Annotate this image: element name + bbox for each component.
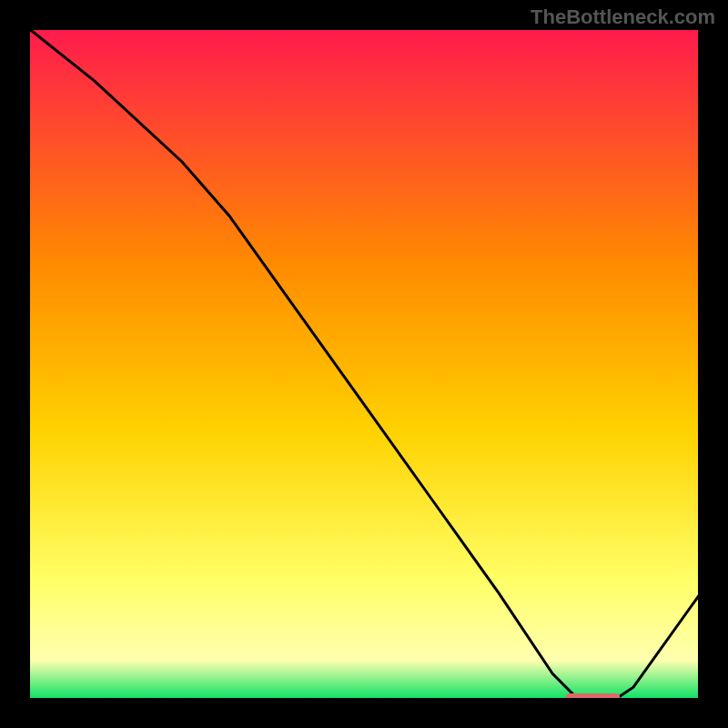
plot-frame	[27, 27, 701, 701]
watermark-text: TheBottleneck.com	[531, 5, 715, 29]
chart-svg	[27, 27, 701, 701]
gradient-background	[27, 27, 701, 701]
chart-container: TheBottleneck.com	[0, 0, 728, 728]
